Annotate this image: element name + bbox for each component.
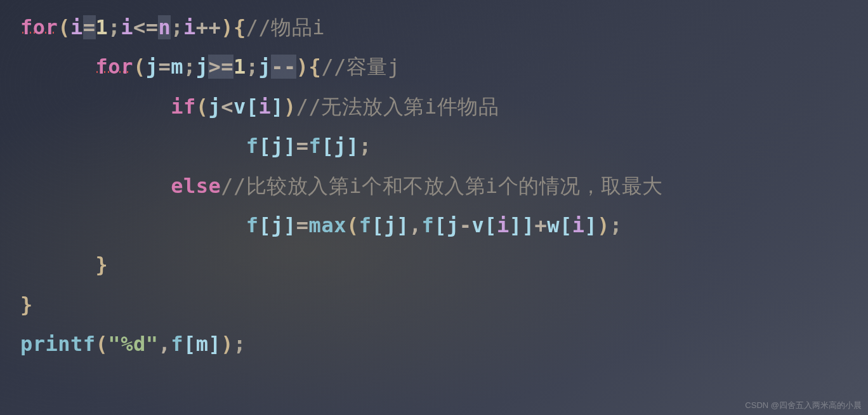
var-m: m	[171, 55, 183, 79]
paren-open: (	[96, 332, 109, 356]
keyword-if: if	[171, 95, 196, 119]
var-j: j	[146, 55, 159, 79]
var-f: f	[422, 213, 435, 237]
bracket-open: [	[259, 213, 272, 237]
var-j: j	[384, 213, 397, 237]
var-f: f	[246, 134, 259, 158]
var-v: v	[472, 213, 485, 237]
func-max: max	[309, 213, 346, 237]
paren-close: )	[597, 213, 610, 237]
op-ge: >=	[208, 55, 233, 79]
comment-compare: //比较放入第i个和不放入第i个的情况，取最大	[221, 174, 663, 198]
var-i: i	[183, 15, 196, 39]
watermark-text: CSDN @四舍五入两米高的小晨	[745, 400, 862, 411]
keyword-for: for	[96, 55, 133, 79]
var-j: j	[271, 134, 284, 158]
bracket-close: ]	[584, 213, 597, 237]
semicolon: ;	[359, 134, 372, 158]
bracket-close: ]	[346, 134, 359, 158]
bracket-close: ]	[522, 213, 535, 237]
var-f: f	[359, 213, 372, 237]
op-minus: -	[459, 213, 472, 237]
var-w: w	[547, 213, 560, 237]
bracket-close: ]	[397, 213, 409, 237]
op-plus: +	[534, 213, 547, 237]
var-j: j	[208, 95, 221, 119]
brace-open: {	[309, 55, 322, 79]
op-eq: =	[83, 15, 96, 39]
bracket-open: [	[371, 213, 384, 237]
bracket-close: ]	[208, 332, 221, 356]
semicolon: ;	[171, 15, 183, 39]
var-m: m	[196, 332, 209, 356]
var-i: i	[70, 15, 83, 39]
paren-open: (	[58, 15, 70, 39]
var-i: i	[497, 213, 510, 237]
brace-close: }	[96, 253, 109, 277]
bracket-open: [	[183, 332, 196, 356]
num-1: 1	[96, 15, 109, 39]
string-fmt: "%d"	[108, 332, 158, 356]
paren-close: )	[221, 15, 233, 39]
bracket-open: [	[259, 134, 272, 158]
var-i: i	[121, 15, 133, 39]
op-eq: =	[296, 134, 309, 158]
var-j: j	[447, 213, 459, 237]
op-comma: ,	[409, 213, 422, 237]
bracket-close: ]	[284, 213, 296, 237]
bracket-open: [	[321, 134, 334, 158]
var-n: n	[158, 15, 171, 39]
op-inc: ++	[196, 15, 221, 39]
bracket-open: [	[434, 213, 447, 237]
brace-open: {	[233, 15, 246, 39]
var-f: f	[171, 332, 183, 356]
var-j: j	[334, 134, 346, 158]
var-i: i	[259, 95, 272, 119]
paren-open: (	[196, 95, 209, 119]
func-printf: printf	[20, 332, 96, 356]
op-comma: ,	[158, 332, 171, 356]
num-1: 1	[233, 55, 246, 79]
var-f: f	[246, 213, 259, 237]
var-v: v	[233, 95, 246, 119]
bracket-open: [	[246, 95, 259, 119]
bracket-open: [	[484, 213, 497, 237]
comment-item-i: //物品i	[246, 15, 325, 39]
bracket-close: ]	[271, 95, 284, 119]
semicolon: ;	[233, 332, 246, 356]
op-eq: =	[158, 55, 171, 79]
op-dec: --	[271, 55, 296, 79]
bracket-close: ]	[510, 213, 522, 237]
paren-close: )	[221, 332, 233, 356]
semicolon: ;	[246, 55, 259, 79]
semicolon: ;	[183, 55, 196, 79]
comment-cannot-fit: //无法放入第i件物品	[296, 95, 499, 119]
semicolon: ;	[108, 15, 121, 39]
paren-close: )	[296, 55, 309, 79]
var-j: j	[259, 55, 272, 79]
keyword-else: else	[171, 174, 221, 198]
paren-open: (	[133, 55, 146, 79]
op-le: <=	[133, 15, 159, 39]
bracket-open: [	[560, 213, 572, 237]
var-f: f	[309, 134, 322, 158]
op-lt: <	[221, 95, 233, 119]
var-j: j	[196, 55, 209, 79]
var-i: i	[572, 213, 585, 237]
keyword-for: for	[20, 15, 58, 39]
bracket-close: ]	[284, 134, 296, 158]
paren-close: )	[284, 95, 296, 119]
paren-open: (	[346, 213, 359, 237]
comment-capacity-j: //容量j	[321, 55, 400, 79]
semicolon: ;	[610, 213, 622, 237]
code-block: for(i=1;i<=n;i++){//物品i for(j=m;j>=1;j--…	[0, 0, 868, 364]
op-eq: =	[296, 213, 309, 237]
brace-close: }	[20, 293, 33, 317]
var-j: j	[271, 213, 284, 237]
